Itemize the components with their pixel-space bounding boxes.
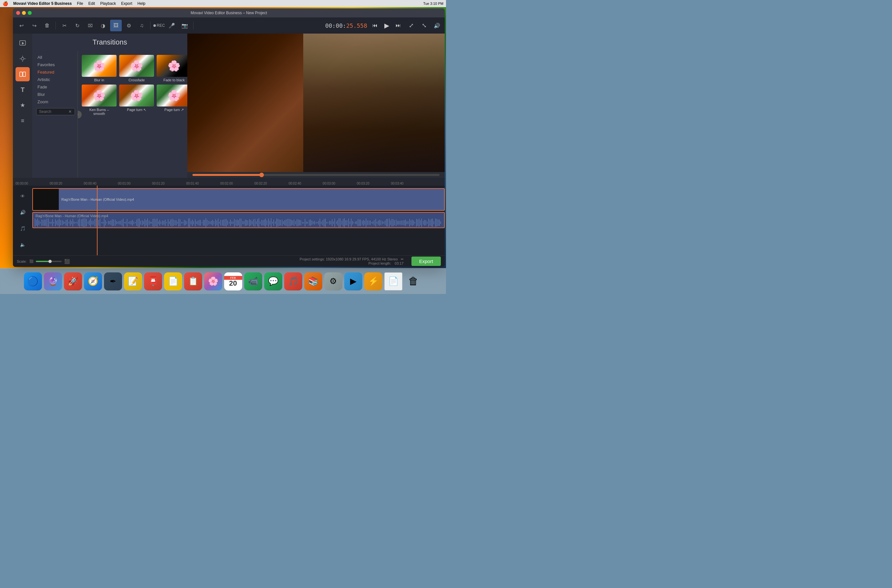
dock-system-prefs[interactable]: ⚙ [324,272,342,291]
dock-textfile[interactable]: 📄 [384,272,402,291]
dock-stamps[interactable]: 📮 [144,272,162,291]
menu-export[interactable]: Export [121,1,132,6]
dock-calendar[interactable]: FEB 20 [224,272,242,291]
dock-twitterrific[interactable]: ⚡ [364,272,382,291]
category-featured[interactable]: Featured [32,68,78,76]
progress-handle[interactable] [259,172,264,177]
sidebar-chapters-btn[interactable]: ≡ [15,114,30,128]
eye-icon[interactable]: 👁 [20,194,25,199]
search-clear-btn[interactable]: ✕ [68,110,72,114]
menu-file[interactable]: File [77,1,83,6]
sidebar-stickers-btn[interactable]: ★ [15,98,30,112]
playhead[interactable] [97,186,98,255]
color-btn[interactable]: ◑ [97,20,109,31]
dock-kolibri[interactable]: ✒ [104,272,122,291]
dock-stickies[interactable]: 📄 [164,272,182,291]
dock-photos[interactable]: 🌸 [204,272,222,291]
play-btn[interactable]: ▶ [381,20,392,31]
scale-icon-lg: ⬛ [64,259,70,264]
svg-rect-8 [23,72,26,76]
dock-finder[interactable]: 🔵 [24,272,42,291]
waveform-bar [70,219,71,226]
settings-btn[interactable]: ⚙ [123,20,135,31]
dock-launchpad[interactable]: 🚀 [64,272,82,291]
rotate-btn[interactable]: ↻ [71,20,83,31]
skip-back-btn[interactable]: ⏮ [370,20,380,31]
ruler-mark-9: 00:03:00 [323,182,335,185]
sidebar-effects-btn[interactable] [15,52,30,66]
waveform-bar [418,219,418,226]
menu-edit[interactable]: Edit [89,1,95,6]
mic-btn[interactable]: 🎤 [166,20,177,31]
category-blur[interactable]: Blur [32,91,78,98]
waveform-bar [226,219,226,226]
transition-fade-black[interactable]: 🌸 Fade to black [156,55,187,82]
waveform-bar [182,222,182,224]
dock-trash[interactable]: 🗑 [404,272,423,291]
fullscreen-btn[interactable]: ⤢ [406,20,416,31]
window-min-btn[interactable] [22,11,26,15]
window-close-btn[interactable] [16,11,20,15]
dock-facetime[interactable]: 📹 [244,272,262,291]
category-favorites[interactable]: Favorites [32,61,78,68]
speaker-icon[interactable]: 🔈 [20,242,26,247]
transition-ken-burns[interactable]: 🌸 Ken Burns –smooth [82,84,117,116]
dock-siri[interactable]: 🔮 [44,272,62,291]
waveform-bar [45,219,46,226]
dock-music[interactable]: 🎵 [284,272,302,291]
category-zoom[interactable]: Zoom [32,98,78,105]
transition-blur-in[interactable]: 🌸 Blur in [82,55,117,82]
project-settings-value: 1920x1080 16:9 29.97 FPS, 44100 Hz Stere… [326,257,398,261]
app-menu-name[interactable]: Movavi Video Editor 5 Business [13,1,72,6]
transition-page-turn-r[interactable]: 🌸 Page turn ↗ [156,84,187,116]
flower-overlay-page-r: 🌸 [156,84,187,106]
sidebar-media-btn[interactable] [15,36,30,50]
edit-settings-icon[interactable]: ✏ [401,257,404,261]
svg-marker-1 [22,42,24,45]
delete-btn[interactable]: 🗑 [41,20,53,31]
progress-bar[interactable] [193,174,439,176]
cut-btn[interactable]: ✂ [59,20,70,31]
audio-settings-btn[interactable]: ♫ [136,20,147,31]
waveform-bar [420,220,421,225]
waveform-bar [370,220,370,225]
skip-fwd-btn[interactable]: ⏭ [393,20,403,31]
waveform-bar [209,221,209,225]
audio-track[interactable]: Rag'n'Bone Man - Human (Official Video).… [32,212,445,228]
fit-btn[interactable]: ⤡ [419,20,429,31]
dock-movavi[interactable]: ▶ [344,272,363,291]
waveform-bar [294,219,294,226]
music-icon[interactable]: 🎵 [20,226,26,231]
transition-page-turn-l[interactable]: 🌸 Page turn ↖ [119,84,154,116]
record-btn[interactable]: ⏺REC [153,20,165,31]
scale-slider-handle[interactable] [48,260,52,263]
dock-reminders[interactable]: 📋 [184,272,202,291]
scale-slider[interactable] [36,261,62,262]
apple-menu[interactable]: 🍎 [3,1,8,6]
volume-btn[interactable]: 🔊 [432,20,442,31]
menu-help[interactable]: Help [138,1,146,6]
cam-btn[interactable]: 📷 [179,20,191,31]
dock-books[interactable]: 📚 [304,272,322,291]
category-fade[interactable]: Fade [32,83,78,91]
menu-playback[interactable]: Playback [100,1,116,6]
dock-messages[interactable]: 💬 [264,272,282,291]
sidebar-titles-btn[interactable]: T [15,82,30,97]
undo-btn[interactable]: ↩ [15,20,27,31]
export-btn[interactable]: Export [411,256,441,266]
volume-track-icon[interactable]: 🔊 [20,210,26,215]
toolbar-right: 00:00:25.558 ⏮ ▶ ⏭ ⤢ ⤡ 🔊 [325,20,442,31]
transition-crossfade[interactable]: 🌸 Crossfade [119,55,154,82]
dock-safari[interactable]: 🧭 [84,272,102,291]
window-max-btn[interactable] [28,11,32,15]
image-btn[interactable]: 🖼 [110,20,122,31]
category-all[interactable]: All [32,54,78,61]
video-track[interactable]: Rag'n'Bone Man - Human (Official Video).… [32,188,445,211]
category-artistic[interactable]: Artistic [32,76,78,83]
crop-btn[interactable]: ⌧ [84,20,96,31]
dock-notes[interactable]: 📝 [124,272,142,291]
sidebar-transitions-btn[interactable] [15,67,30,81]
waveform-bar [253,219,254,226]
ruler-mark-4: 00:01:20 [152,182,165,185]
redo-btn[interactable]: ↪ [29,20,40,31]
